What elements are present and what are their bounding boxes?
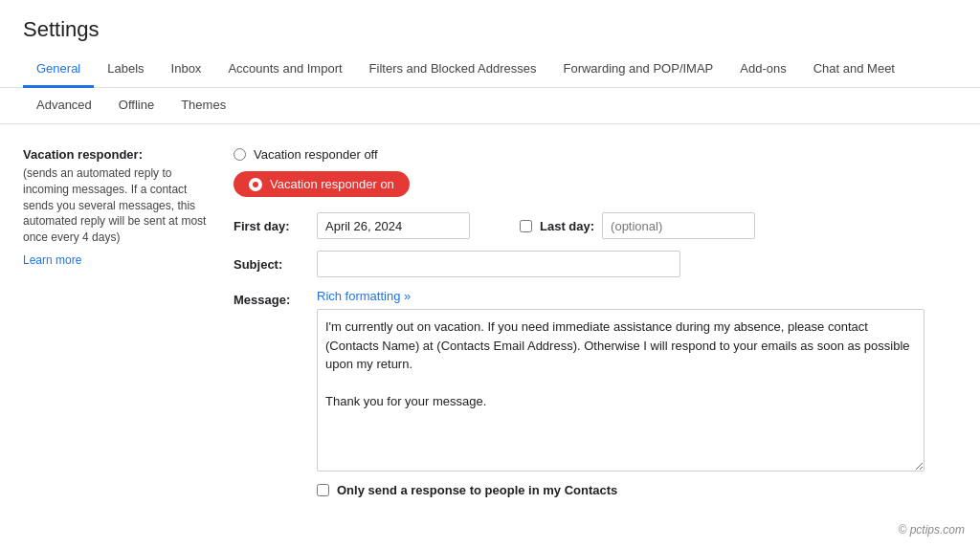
page-title: Settings (0, 0, 980, 52)
vacation-responder-row: Vacation responder: (sends an automated … (23, 147, 957, 497)
settings-content: Vacation responder: (sends an automated … (0, 124, 980, 520)
tab-filters[interactable]: Filters and Blocked Addresses (356, 52, 550, 88)
radio-on-inner (253, 182, 258, 187)
message-row: Message: Rich formatting » (234, 289, 957, 471)
first-day-label: First day: (234, 219, 305, 233)
secondary-nav: Advanced Offline Themes (0, 88, 980, 124)
last-day-input[interactable] (602, 212, 755, 239)
radio-on-option[interactable]: Vacation responder on (234, 171, 957, 197)
subject-label: Subject: (234, 257, 305, 272)
subject-input[interactable] (317, 251, 680, 277)
tab-addons[interactable]: Add-ons (726, 52, 799, 88)
radio-on-button[interactable]: Vacation responder on (234, 171, 410, 197)
last-day-section: Last day: (520, 212, 755, 239)
last-day-checkbox[interactable] (520, 220, 532, 232)
tab-labels[interactable]: Labels (94, 52, 157, 88)
message-label: Message: (234, 289, 305, 307)
vacation-responder-description: (sends an automated reply to incoming me… (23, 165, 214, 246)
radio-off-option[interactable]: Vacation responder off (234, 147, 957, 162)
message-textarea[interactable] (317, 309, 924, 471)
rich-formatting-link[interactable]: Rich formatting » (317, 289, 924, 303)
message-col: Rich formatting » (317, 289, 924, 471)
tab-advanced[interactable]: Advanced (23, 88, 105, 124)
learn-more-link[interactable]: Learn more (23, 253, 81, 267)
only-send-label: Only send a response to people in my Con… (337, 483, 617, 497)
first-day-row: First day: Last day: (234, 212, 957, 239)
watermark: © pctips.com (898, 523, 965, 537)
vacation-responder-label-col: Vacation responder: (sends an automated … (23, 147, 214, 267)
radio-on-label: Vacation responder on (270, 177, 394, 191)
tab-themes[interactable]: Themes (167, 88, 239, 124)
vacation-responder-label: Vacation responder: (23, 147, 214, 162)
only-send-row: Only send a response to people in my Con… (317, 483, 957, 497)
main-nav: General Labels Inbox Accounts and Import… (0, 52, 980, 88)
subject-row: Subject: (234, 251, 957, 277)
tab-forwarding[interactable]: Forwarding and POP/IMAP (549, 52, 726, 88)
last-day-label: Last day: (540, 219, 594, 233)
tab-offline[interactable]: Offline (105, 88, 167, 124)
radio-off-input[interactable] (234, 148, 246, 161)
first-day-input[interactable] (317, 212, 470, 239)
vacation-responder-controls: Vacation responder off Vacation responde… (234, 147, 957, 497)
radio-off-label: Vacation responder off (254, 147, 378, 162)
tab-chat[interactable]: Chat and Meet (800, 52, 908, 88)
tab-general[interactable]: General (23, 52, 94, 88)
tab-accounts[interactable]: Accounts and Import (214, 52, 355, 88)
tab-inbox[interactable]: Inbox (158, 52, 215, 88)
only-send-checkbox[interactable] (317, 484, 329, 496)
radio-on-circle (249, 178, 262, 191)
